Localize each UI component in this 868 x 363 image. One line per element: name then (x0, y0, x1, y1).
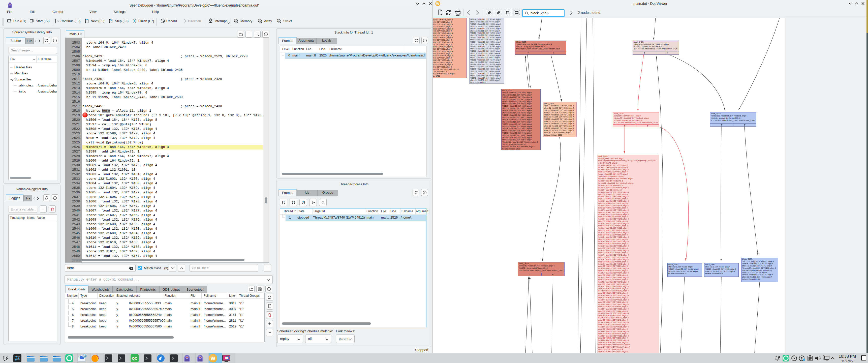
svg-text:101: 101 (259, 21, 261, 22)
svg-text:101: 101 (278, 21, 280, 22)
svg-text:101: 101 (235, 21, 237, 22)
svg-text:12: 12 (84, 355, 86, 357)
svg-text:QC: QC (132, 357, 137, 361)
